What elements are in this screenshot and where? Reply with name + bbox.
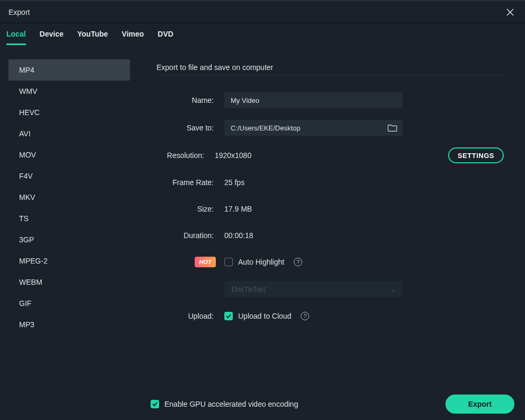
name-input[interactable] bbox=[224, 92, 402, 108]
label-resolution: Resolution: bbox=[156, 151, 204, 160]
settings-panel: Export to file and save on computer Name… bbox=[130, 46, 525, 388]
format-hevc[interactable]: HEVC bbox=[8, 102, 130, 123]
format-f4v[interactable]: F4V bbox=[8, 165, 130, 187]
format-mp4[interactable]: MP4 bbox=[8, 59, 130, 81]
help-icon-autohighlight[interactable]: ? bbox=[294, 258, 302, 266]
row-preset: 15s(TikTok) ⌄ bbox=[156, 281, 504, 297]
row-saveto: Save to: bbox=[156, 120, 504, 136]
format-gif[interactable]: GIF bbox=[8, 293, 130, 314]
footer: Enable GPU accelerated video encoding Ex… bbox=[0, 388, 525, 420]
label-name: Name: bbox=[156, 96, 214, 104]
uploadcloud-label: Upload to Cloud bbox=[238, 312, 291, 320]
content-area: MP4 WMV HEVC AVI MOV F4V MKV TS 3GP MPEG… bbox=[0, 46, 525, 388]
format-webm[interactable]: WEBM bbox=[8, 272, 130, 293]
gpu-label: Enable GPU accelerated video encoding bbox=[164, 400, 298, 408]
saveto-input[interactable] bbox=[231, 124, 388, 132]
row-upload: Upload: Upload to Cloud ? bbox=[156, 309, 504, 323]
uploadcloud-checkbox[interactable] bbox=[224, 312, 233, 320]
help-icon-upload[interactable]: ? bbox=[301, 312, 309, 320]
export-button[interactable]: Export bbox=[445, 395, 514, 414]
export-tabs: Local Device YouTube Vimeo DVD bbox=[0, 23, 525, 46]
autohighlight-label: Auto Highlight bbox=[238, 258, 284, 266]
gpu-checkbox[interactable] bbox=[151, 400, 159, 408]
preset-select: 15s(TikTok) ⌄ bbox=[224, 281, 402, 297]
panel-subtitle-text: Export to file and save on computer bbox=[156, 63, 284, 72]
row-autohighlight: HOT Auto Highlight ? bbox=[156, 255, 504, 269]
row-framerate: Frame Rate: 25 fps bbox=[156, 175, 504, 190]
hot-badge: HOT bbox=[195, 257, 216, 267]
label-size: Size: bbox=[156, 205, 214, 213]
row-size: Size: 17.9 MB bbox=[156, 202, 504, 216]
format-mkv[interactable]: MKV bbox=[8, 187, 130, 208]
tab-youtube[interactable]: YouTube bbox=[77, 24, 108, 45]
format-ts[interactable]: TS bbox=[8, 208, 130, 229]
tab-local[interactable]: Local bbox=[6, 24, 26, 45]
tab-vimeo[interactable]: Vimeo bbox=[122, 24, 144, 45]
duration-value: 00:00:18 bbox=[224, 231, 253, 240]
autohighlight-checkbox[interactable] bbox=[224, 258, 233, 266]
resolution-value: 1920x1080 bbox=[215, 151, 251, 160]
format-sidebar: MP4 WMV HEVC AVI MOV F4V MKV TS 3GP MPEG… bbox=[0, 46, 130, 388]
format-wmv[interactable]: WMV bbox=[8, 81, 130, 102]
label-saveto: Save to: bbox=[156, 124, 214, 132]
settings-button[interactable]: SETTINGS bbox=[448, 147, 504, 163]
framerate-value: 25 fps bbox=[224, 178, 244, 187]
folder-icon[interactable] bbox=[388, 124, 397, 132]
window-title: Export bbox=[8, 8, 30, 16]
preset-select-value: 15s(TikTok) bbox=[231, 285, 266, 293]
close-icon bbox=[506, 8, 514, 16]
close-button[interactable] bbox=[504, 6, 517, 19]
tab-dvd[interactable]: DVD bbox=[158, 24, 173, 45]
size-value: 17.9 MB bbox=[224, 205, 252, 213]
format-mov[interactable]: MOV bbox=[8, 144, 130, 165]
row-duration: Duration: 00:00:18 bbox=[156, 228, 504, 243]
saveto-field bbox=[224, 120, 402, 136]
row-name: Name: bbox=[156, 92, 504, 108]
chevron-down-icon: ⌄ bbox=[390, 285, 396, 293]
label-framerate: Frame Rate: bbox=[156, 178, 214, 187]
format-mp3[interactable]: MP3 bbox=[8, 314, 130, 335]
format-3gp[interactable]: 3GP bbox=[8, 229, 130, 250]
tab-device[interactable]: Device bbox=[40, 24, 64, 45]
panel-subtitle: Export to file and save on computer bbox=[156, 63, 504, 75]
titlebar: Export bbox=[0, 0, 525, 23]
label-upload: Upload: bbox=[156, 312, 214, 320]
format-avi[interactable]: AVI bbox=[8, 123, 130, 144]
format-mpeg2[interactable]: MPEG-2 bbox=[8, 250, 130, 272]
row-resolution: Resolution: 1920x1080 SETTINGS bbox=[156, 147, 504, 163]
label-duration: Duration: bbox=[156, 231, 214, 240]
